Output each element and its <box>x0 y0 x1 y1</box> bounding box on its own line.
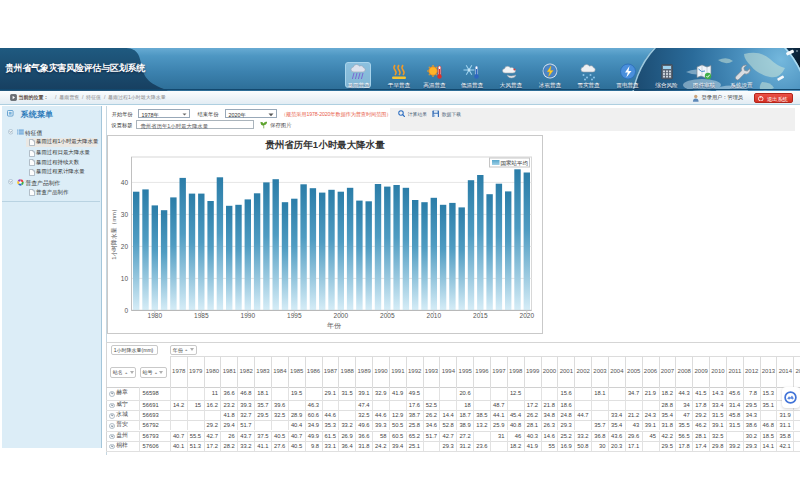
svg-text:1985: 1985 <box>194 312 209 319</box>
svg-text:1980: 1980 <box>148 312 163 319</box>
svg-text:30: 30 <box>121 211 129 218</box>
svg-text:1995: 1995 <box>287 312 302 319</box>
svg-text:20: 20 <box>121 243 129 250</box>
svg-text:国家站平均: 国家站平均 <box>501 160 529 167</box>
svg-text:2000: 2000 <box>334 312 349 319</box>
svg-text:40: 40 <box>121 179 129 186</box>
svg-text:0: 0 <box>124 307 128 314</box>
svg-text:10: 10 <box>121 275 129 282</box>
svg-text:2020: 2020 <box>520 312 535 319</box>
svg-text:年份: 年份 <box>327 322 342 330</box>
svg-text:2015: 2015 <box>473 312 488 319</box>
svg-text:1990: 1990 <box>241 312 256 319</box>
svg-text:2010: 2010 <box>427 312 442 319</box>
svg-text:1小时降水量（mm）: 1小时降水量（mm） <box>110 206 117 259</box>
svg-text:2005: 2005 <box>380 312 395 319</box>
